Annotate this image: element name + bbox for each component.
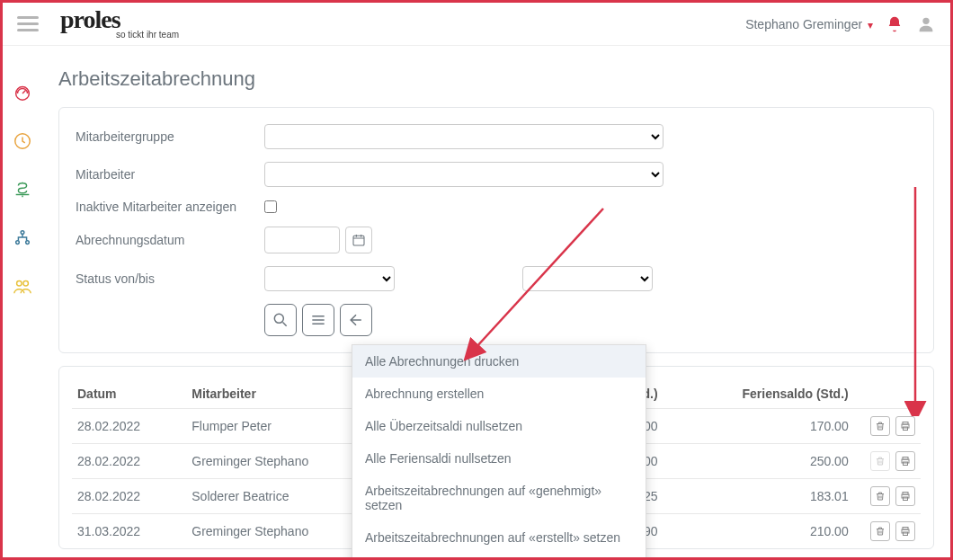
dropdown-item[interactable]: Abrechnung erstellen xyxy=(352,378,646,410)
print-button[interactable] xyxy=(895,416,915,436)
status-bis-select[interactable] xyxy=(522,266,653,291)
calendar-button[interactable] xyxy=(345,227,372,253)
sidebar-item-time[interactable] xyxy=(12,130,33,152)
status-label: Status von/bis xyxy=(76,271,264,286)
page-title: Arbeitszeitabrechnung xyxy=(58,67,934,91)
svg-point-7 xyxy=(23,281,28,287)
dropdown-item[interactable]: Arbeitszeitabrechnungen auf «genehmigt» … xyxy=(352,475,646,521)
dropdown-item[interactable]: Alle Abrechnungen drucken xyxy=(352,345,646,378)
delete-button[interactable] xyxy=(870,521,890,541)
topbar: proles so tickt ihr team Stephano Gremin… xyxy=(3,3,950,46)
delete-button[interactable] xyxy=(870,416,890,436)
search-button[interactable] xyxy=(264,304,297,336)
svg-point-6 xyxy=(17,281,22,287)
menu-button[interactable] xyxy=(302,304,334,336)
mitarbeiter-label: Mitarbeiter xyxy=(76,167,264,182)
col-datum: Datum xyxy=(72,379,186,409)
cell-datum: 28.02.2022 xyxy=(72,409,186,444)
bell-icon[interactable] xyxy=(886,15,904,33)
status-von-select[interactable] xyxy=(264,266,395,291)
datum-label: Abrechnungsdatum xyxy=(76,233,264,247)
delete-button[interactable] xyxy=(870,486,890,506)
inaktiv-checkbox[interactable] xyxy=(264,200,277,213)
svg-point-3 xyxy=(21,231,24,235)
datum-input[interactable] xyxy=(264,227,340,253)
user-menu[interactable]: Stephano Greminger ▾ xyxy=(745,17,873,31)
svg-rect-8 xyxy=(353,236,364,245)
inaktiv-label: Inaktive Mitarbeiter anzeigen xyxy=(76,200,264,214)
mitarbeitergruppe-select[interactable] xyxy=(264,124,664,149)
cell-datum: 28.02.2022 xyxy=(72,479,186,514)
back-button[interactable] xyxy=(340,304,372,336)
avatar-icon[interactable] xyxy=(916,14,936,34)
svg-point-9 xyxy=(274,314,283,323)
sidebar-item-finance[interactable] xyxy=(12,179,33,200)
dropdown-item[interactable]: History Arbeitszeitabrechnung xyxy=(352,554,646,560)
print-button[interactable] xyxy=(895,451,915,471)
print-button[interactable] xyxy=(895,521,915,541)
cell-feriensaldo: 183.01 xyxy=(664,479,854,514)
cell-datum: 31.03.2022 xyxy=(72,514,186,549)
print-button[interactable] xyxy=(895,486,915,506)
dropdown-item[interactable]: Arbeitszeitabrechnungen auf «erstellt» s… xyxy=(352,521,646,554)
cell-datum: 28.02.2022 xyxy=(72,444,186,479)
svg-point-5 xyxy=(26,241,30,244)
dropdown-item[interactable]: Alle Feriensaldi nullsetzen xyxy=(352,442,646,475)
sidebar-item-users[interactable] xyxy=(12,276,33,298)
sidebar-item-org[interactable] xyxy=(12,227,33,249)
cell-feriensaldo: 210.00 xyxy=(664,514,854,549)
hamburger-menu[interactable] xyxy=(17,13,39,35)
cell-feriensaldo: 250.00 xyxy=(664,444,854,479)
mitarbeitergruppe-label: Mitarbeitergruppe xyxy=(76,129,264,144)
delete-button[interactable] xyxy=(870,451,890,471)
logo-text: proles xyxy=(60,8,179,31)
sidebar xyxy=(3,46,42,557)
chevron-down-icon: ▾ xyxy=(868,19,873,31)
cell-feriensaldo: 170.00 xyxy=(664,409,854,444)
logo: proles so tickt ihr team xyxy=(60,8,179,39)
mitarbeiter-select[interactable] xyxy=(264,162,664,187)
svg-point-4 xyxy=(16,241,20,244)
logo-tagline: so tickt ihr team xyxy=(116,30,179,40)
filter-card: Mitarbeitergruppe Mitarbeiter Inaktive M… xyxy=(58,107,934,353)
dropdown-item[interactable]: Alle Überzeitsaldi nullsetzen xyxy=(352,410,646,442)
sidebar-item-dashboard[interactable] xyxy=(12,82,33,103)
actions-dropdown: Alle Abrechnungen druckenAbrechnung erst… xyxy=(352,344,646,560)
col-feriensaldo: Feriensaldo (Std.) xyxy=(664,379,854,409)
svg-point-0 xyxy=(922,17,929,23)
